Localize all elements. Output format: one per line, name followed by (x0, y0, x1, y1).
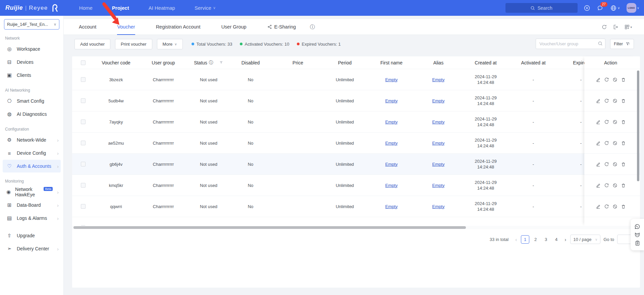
sidebar-item-network-wide[interactable]: ⚙Network-Wide› (3, 134, 61, 146)
first-name-link[interactable]: Empty (385, 98, 398, 103)
mascot-support-icon[interactable] (634, 232, 640, 238)
export-icon[interactable] (613, 24, 619, 30)
edit-icon[interactable] (596, 204, 601, 209)
print-voucher-button[interactable]: Print voucher (115, 39, 152, 49)
alias-link[interactable]: Empty (432, 98, 445, 103)
sidebar-item-network-hawkeye[interactable]: ◉Network HawkEyeBeta› (3, 186, 61, 198)
vertical-scrollbar-thumb[interactable] (637, 70, 639, 181)
info-icon[interactable]: ⓘ (209, 60, 213, 66)
row-checkbox[interactable] (81, 183, 86, 188)
survey-clipboard-icon[interactable] (635, 240, 640, 246)
delete-icon[interactable] (621, 77, 626, 82)
project-selector[interactable]: Ruijie_14F_Test_En... ∨ (4, 19, 59, 30)
first-name-link[interactable]: Empty (385, 77, 398, 82)
first-name-link[interactable]: Empty (385, 162, 398, 167)
row-checkbox[interactable] (81, 204, 86, 209)
delete-icon[interactable] (621, 204, 626, 209)
sidebar-item-ai-diagnostics[interactable]: ◍AI Diagnostics (3, 108, 61, 120)
page-button-4[interactable]: 4 (552, 235, 560, 244)
sidebar-item-upgrade[interactable]: ⇧Upgrade (3, 229, 61, 242)
first-name-link[interactable]: Empty (385, 141, 398, 146)
page-button-1[interactable]: 1 (521, 235, 529, 244)
sidebar-item-logs-alarms[interactable]: ▤Logs & Alarms› (3, 212, 61, 225)
global-search-input[interactable]: Search (505, 3, 578, 13)
add-voucher-button[interactable]: Add voucher (74, 39, 110, 49)
layout-columns-icon[interactable]: ▾ (624, 24, 632, 30)
row-checkbox[interactable] (81, 77, 86, 82)
disable-icon[interactable] (612, 204, 618, 209)
first-name-link[interactable]: Empty (385, 204, 398, 209)
sidebar-item-device-config[interactable]: ≡Device Config› (3, 147, 61, 159)
delete-icon[interactable] (621, 162, 626, 167)
row-checkbox[interactable] (81, 98, 86, 103)
language-selector[interactable]: ∨ (609, 4, 621, 12)
alias-link[interactable]: Empty (432, 119, 445, 125)
delete-icon[interactable] (621, 119, 626, 125)
sidebar-item-clients[interactable]: ▣Clients (3, 69, 61, 82)
delete-icon[interactable] (621, 98, 626, 103)
disable-icon[interactable] (612, 162, 618, 167)
more-button[interactable]: More∨ (157, 39, 183, 49)
sidebar-item-data-board[interactable]: ⊞Data-Board› (3, 199, 61, 211)
alias-link[interactable]: Empty (432, 204, 445, 209)
page-button-3[interactable]: 3 (542, 235, 550, 244)
edit-icon[interactable] (596, 119, 601, 125)
whatsapp-icon[interactable] (634, 224, 640, 230)
sidebar-item-delivery-center[interactable]: ➣Delivery Center› (3, 242, 61, 255)
disable-icon[interactable] (612, 141, 618, 146)
row-checkbox[interactable] (81, 141, 86, 145)
nav-item-project[interactable]: Project (102, 0, 139, 16)
disable-icon[interactable] (612, 119, 618, 125)
select-all-checkbox[interactable] (81, 60, 86, 65)
status-filter-icon[interactable] (219, 60, 223, 65)
alias-link[interactable]: Empty (432, 77, 445, 82)
edit-icon[interactable] (596, 183, 601, 188)
alias-link[interactable]: Empty (432, 141, 445, 146)
sidebar-item-devices[interactable]: ⊟Devices (3, 56, 61, 68)
edit-icon[interactable] (596, 77, 601, 82)
row-checkbox[interactable] (81, 225, 86, 226)
renew-icon[interactable] (604, 183, 609, 188)
voucher-search-input[interactable] (536, 39, 605, 49)
disable-icon[interactable] (612, 183, 618, 188)
horizontal-scrollbar-thumb[interactable] (73, 226, 466, 229)
pagination-next-button[interactable]: › (564, 237, 567, 242)
nav-item-service[interactable]: Service∨ (185, 0, 225, 16)
tab-e-sharing[interactable]: E-Sharing (267, 19, 296, 35)
nav-item-ai-heatmap[interactable]: AI Heatmap (139, 0, 185, 16)
nav-item-home[interactable]: Home (69, 0, 102, 16)
account-menu[interactable]: LOGO ∨ (627, 3, 639, 13)
info-icon[interactable]: ⓘ (310, 24, 315, 30)
page-size-select[interactable]: 10 / page ∨ (570, 235, 600, 244)
first-name-link[interactable]: Empty (385, 183, 398, 188)
edit-icon[interactable] (596, 98, 601, 103)
page-button-2[interactable]: 2 (531, 235, 540, 244)
renew-icon[interactable] (604, 77, 609, 82)
tab-account[interactable]: Account (79, 19, 96, 35)
delete-icon[interactable] (621, 141, 626, 146)
disable-icon[interactable] (612, 77, 618, 82)
renew-icon[interactable] (604, 204, 609, 209)
renew-icon[interactable] (604, 98, 609, 103)
alias-link[interactable]: Empty (432, 183, 445, 188)
refresh-icon[interactable] (601, 24, 607, 30)
row-checkbox[interactable] (81, 162, 86, 166)
first-name-link[interactable]: Empty (385, 119, 398, 125)
filter-button[interactable]: Filter (610, 39, 634, 49)
tab-voucher[interactable]: Voucher (117, 19, 135, 35)
add-project-button[interactable] (583, 4, 591, 12)
sidebar-item-smart-config[interactable]: ⎔Smart Config (3, 95, 61, 107)
renew-icon[interactable] (604, 141, 609, 146)
notifications-button[interactable]: 27 (596, 4, 604, 12)
edit-icon[interactable] (596, 162, 601, 167)
pagination-prev-button[interactable]: ‹ (514, 237, 518, 242)
renew-icon[interactable] (604, 162, 609, 167)
disable-icon[interactable] (612, 98, 618, 103)
tab-user-group[interactable]: User Group (221, 19, 247, 35)
delete-icon[interactable] (621, 183, 626, 188)
alias-link[interactable]: Empty (432, 162, 445, 167)
sidebar-item-workspace[interactable]: ◎Workspace (3, 43, 61, 55)
edit-icon[interactable] (596, 141, 601, 146)
renew-icon[interactable] (604, 119, 609, 125)
tab-registration-account[interactable]: Registration Account (156, 19, 201, 35)
